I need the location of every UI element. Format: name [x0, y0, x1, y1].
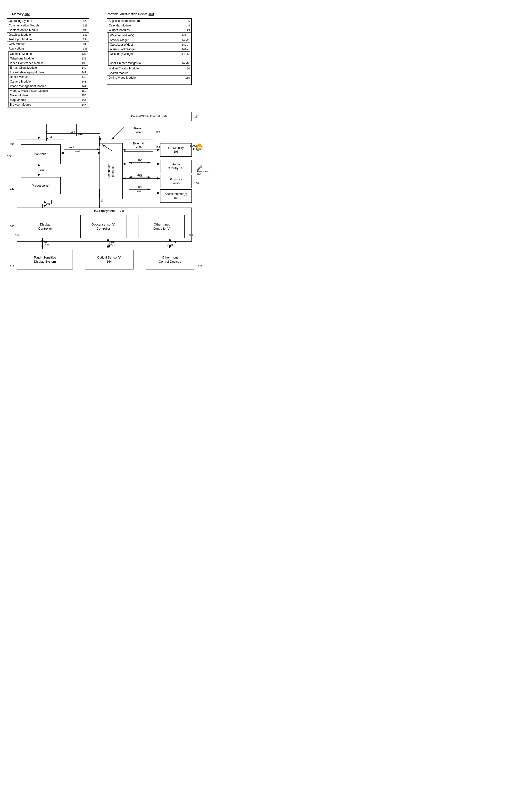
external-port-box: ExternalPort 124 [124, 140, 153, 152]
widget-alarm: Alarm Clock Widget 149-4 [109, 47, 190, 52]
diagram-container: 103 103 118 103 103 103 103 103 103 [5, 5, 214, 311]
bus-label-display: ↓103 [44, 244, 50, 247]
ctrl-periph-arrow: 103 [61, 149, 102, 157]
svg-text:103: 103 [138, 173, 142, 176]
ref-104: 104 [10, 142, 14, 146]
mem-item-notes: Notes Module 153 [8, 93, 87, 98]
mem-item-os: Operating System 126 [7, 19, 89, 23]
svg-text:103: 103 [47, 136, 52, 138]
power-system-box: PowerSystem 162 [124, 124, 153, 137]
bus-label-optical: ↓103 [107, 244, 113, 247]
mem-item-map: Map Module 154 [8, 98, 87, 102]
mem-item-books: Books Module 142 [8, 75, 87, 79]
ref-122: 122 [7, 154, 12, 158]
apps-header: Applications (continued) 136 [107, 19, 191, 23]
widget-calculator: Calculator Widget 149-3 [109, 42, 190, 47]
processor-box: Processor(s) [21, 177, 61, 194]
apps-item-onlinevideo: Online Video Module 155 [107, 76, 191, 80]
widget-dots: ⋮ [109, 56, 190, 61]
optical-controller-box: Optical sensor(s)Controller [80, 215, 126, 238]
mem-item-graphics: Graphics Module 132 [7, 33, 89, 37]
device-ref: 100 [149, 12, 154, 16]
svg-text:103: 103 [138, 185, 142, 189]
svg-text:103: 103 [46, 202, 50, 205]
memory-title-label: Memory 102 [12, 12, 29, 16]
svg-text:118: 118 [78, 132, 82, 135]
apps-item-search: Search Module 151 [107, 71, 191, 76]
microphone-icon: 🎤 Microphone113 [197, 165, 203, 171]
apps-item-widgets-header: Widget Modules 149 [107, 28, 191, 33]
mem-item-text: Text Input Module 134 [7, 37, 89, 42]
widget-stocks: Stocks Widget 149-2 [109, 38, 190, 42]
apps-item-calendar: Calendar Module 148 [107, 23, 191, 28]
proximity-sensor-box: ProximitySensor 166 [160, 175, 192, 188]
ref-io-106: 106 [10, 224, 14, 228]
mem-item-apps-header: Applications 136 [7, 46, 89, 51]
mem-nested-apps: Contacts Module 137 Telephone Module 138… [8, 52, 88, 107]
mem-item-contact: Contact/Motion Module 130 [7, 28, 89, 33]
mem-item-videomusic: Video & Music Player Module 152 [8, 88, 87, 93]
mem-item-im: Instant Messaging Module 141 [8, 70, 87, 75]
mem-item-camera: Camera Module 143 [8, 79, 87, 84]
svg-text:118: 118 [71, 130, 75, 133]
svg-text:103: 103 [137, 189, 141, 192]
accelerometers-box: Accelerometer(s)168 [160, 189, 192, 203]
display-controller-box: DisplayController 156 [22, 215, 68, 238]
mem-item-videoconf: Video Conference Module 139 [8, 61, 87, 65]
touch-display-box: Touch-SensitiveDisplay System 112 [17, 250, 73, 270]
svg-text:103: 103 [137, 175, 141, 177]
mem-item-email: E-mail Client Module 140 [8, 65, 87, 70]
bus-label-other: ↓103 [167, 244, 173, 247]
apps-dots: ⋮ [107, 80, 191, 85]
svg-text:103: 103 [70, 145, 74, 148]
widget-usercreated: User-Created Widget(s) 149-6 [109, 61, 190, 65]
svg-text:103: 103 [75, 149, 80, 152]
rf-circuitry-box: RF Circuitry108 Speaker111 [160, 143, 192, 157]
mem-item-contacts: Contacts Module 137 [8, 52, 87, 56]
apps-item-widgetcreator: Widget Creator Module 150 [107, 66, 191, 71]
controller-box: Controller [21, 144, 61, 164]
ref-120: 120 [10, 187, 14, 190]
apps-nested-widgets: Weather Widget(s) 149-1 Stocks Widget 14… [108, 33, 190, 65]
memory-box: Operating System 126 Communication Modul… [7, 18, 89, 108]
svg-text:103: 103 [100, 199, 104, 202]
io-subsystem-outer: 106 I/O Subsystem 158 DisplayController … [17, 208, 192, 241]
memory-ref: 102 [24, 12, 30, 16]
device-global-state-box: Device/Global Internal State 157 [107, 112, 192, 121]
svg-line-24 [112, 127, 124, 140]
io-subsystem-label: I/O Subsystem 158 [94, 209, 115, 213]
optical-sensor-box: Optical Sensor(s)164 [85, 250, 134, 270]
mem-item-comm: Communication Module 128 [7, 23, 89, 28]
audio-circuitry-box: AudioCircuitry 110 [160, 160, 192, 173]
other-input-controllers-box: Other InputController(s) 160 [139, 215, 185, 238]
apps-box: Applications (continued) 136 Calendar Mo… [107, 18, 192, 85]
mem-item-gps: GPS Module 135 [7, 42, 89, 46]
widget-weather: Weather Widget(s) 149-1 [109, 33, 190, 38]
peripherals-interface-box: PeripheralsInterface [99, 143, 122, 199]
device-title-label: Portable Multifunction Device 100 [107, 12, 154, 16]
mem-item-browser: Browser Module 147 [8, 102, 87, 107]
svg-text:103: 103 [137, 160, 141, 163]
widget-dictionary: Dictionary Widget 149-5 [109, 52, 190, 56]
other-devices-box: Other InputControl Devices 116 [145, 250, 194, 270]
svg-text:103: 103 [138, 159, 142, 162]
mem-item-telephone: Telephone Module 138 [8, 56, 87, 61]
mem-item-image: Image Management Module 144 [8, 84, 87, 88]
